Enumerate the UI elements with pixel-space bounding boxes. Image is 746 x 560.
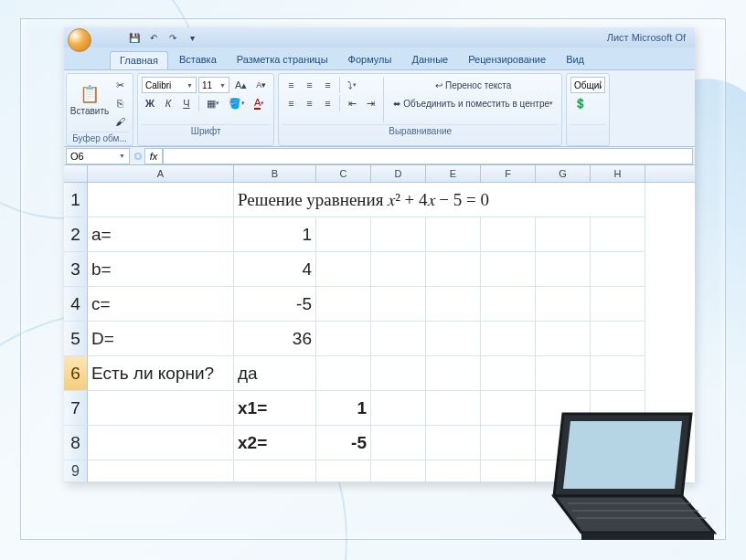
col-header-F[interactable]: F <box>481 165 536 182</box>
cancel-icon[interactable] <box>134 153 142 160</box>
cell[interactable] <box>481 391 536 426</box>
format-painter-button[interactable]: 🖌 <box>112 113 129 130</box>
cell[interactable] <box>316 217 371 252</box>
copy-button[interactable]: ⎘ <box>112 95 129 111</box>
align-top-button[interactable]: ≡ <box>282 77 299 93</box>
cell[interactable] <box>591 217 645 252</box>
cell-A6[interactable]: Есть ли корни? <box>88 356 234 391</box>
align-middle-button[interactable]: ≡ <box>301 77 317 93</box>
row-header[interactable]: 9 <box>64 460 88 482</box>
align-center-button[interactable]: ≡ <box>301 95 317 111</box>
fill-color-button[interactable]: 🪣▾ <box>225 95 249 111</box>
tab-page-layout[interactable]: Разметка страницы <box>228 51 337 69</box>
cell[interactable] <box>426 460 481 482</box>
cell-B2[interactable]: 1 <box>234 217 316 252</box>
tab-review[interactable]: Рецензирование <box>459 51 555 69</box>
col-header-G[interactable]: G <box>536 165 591 182</box>
cell[interactable] <box>371 287 426 322</box>
cell[interactable] <box>88 426 234 460</box>
cell[interactable] <box>234 460 316 482</box>
align-left-button[interactable]: ≡ <box>282 95 299 111</box>
row-header[interactable]: 4 <box>64 287 88 322</box>
cell[interactable] <box>371 391 426 426</box>
cell-B1[interactable]: Решение уравнения 𝑥² + 4𝑥 − 5 = 0 <box>234 183 645 217</box>
cell[interactable] <box>481 287 536 322</box>
cell[interactable] <box>426 322 481 356</box>
merge-center-button[interactable]: ⬌ Объединить и поместить в центре▾ <box>389 95 558 111</box>
cell-C7[interactable]: 1 <box>316 391 371 426</box>
cell[interactable] <box>591 252 645 287</box>
shrink-font-button[interactable]: A▾ <box>252 77 270 93</box>
select-all-corner[interactable] <box>64 165 88 182</box>
bold-button[interactable]: Ж <box>142 95 158 111</box>
cell[interactable] <box>371 217 426 252</box>
cell[interactable] <box>481 426 536 460</box>
cell[interactable] <box>426 356 481 391</box>
formula-bar[interactable] <box>163 148 693 164</box>
align-bottom-button[interactable]: ≡ <box>319 77 336 93</box>
cell[interactable] <box>536 287 591 322</box>
row-header[interactable]: 8 <box>64 426 88 460</box>
cell-B5[interactable]: 36 <box>234 322 316 356</box>
cell-A2[interactable]: a= <box>88 217 234 252</box>
cell[interactable] <box>426 391 481 426</box>
row-header[interactable]: 7 <box>64 391 88 426</box>
cell[interactable] <box>316 322 371 356</box>
cell[interactable] <box>371 322 426 356</box>
font-size-combo[interactable]: 11▼ <box>198 77 229 93</box>
cell[interactable] <box>591 356 645 391</box>
currency-button[interactable]: 💲 <box>570 95 591 111</box>
tab-view[interactable]: Вид <box>557 51 593 69</box>
col-header-D[interactable]: D <box>371 165 426 182</box>
cell[interactable] <box>536 356 591 391</box>
name-box[interactable]: O6 ▼ <box>66 148 130 164</box>
cell[interactable] <box>426 252 481 287</box>
cell-B8[interactable]: x2= <box>234 426 316 460</box>
cell[interactable] <box>371 460 426 482</box>
cell[interactable] <box>371 252 426 287</box>
cell-A4[interactable]: c= <box>88 287 234 322</box>
office-button[interactable] <box>68 28 91 52</box>
wrap-text-button[interactable]: ↩ Перенос текста <box>389 77 558 93</box>
underline-button[interactable]: Ч <box>178 95 195 111</box>
cell[interactable] <box>481 356 536 391</box>
undo-icon[interactable]: ↶ <box>145 30 162 45</box>
font-family-combo[interactable]: Calibri▼ <box>142 77 197 93</box>
cell[interactable] <box>481 217 536 252</box>
cell[interactable] <box>426 217 481 252</box>
cell[interactable] <box>536 217 591 252</box>
cell[interactable] <box>481 252 536 287</box>
cell[interactable] <box>371 356 426 391</box>
cell-B6[interactable]: да <box>234 356 316 391</box>
paste-button[interactable]: 📋 Вставить <box>70 77 109 122</box>
number-format-combo[interactable]: Общий <box>570 77 605 93</box>
save-icon[interactable]: 💾 <box>126 30 143 45</box>
increase-indent-button[interactable]: ⇥ <box>362 95 378 111</box>
cut-button[interactable]: ✂ <box>112 77 129 93</box>
col-header-H[interactable]: H <box>591 165 645 182</box>
cell[interactable] <box>88 460 234 482</box>
tab-insert[interactable]: Вставка <box>170 51 226 69</box>
grow-font-button[interactable]: A▴ <box>231 77 250 93</box>
cell[interactable] <box>88 391 234 426</box>
cell[interactable] <box>316 287 371 322</box>
col-header-C[interactable]: C <box>316 165 371 182</box>
row-header[interactable]: 5 <box>64 322 88 356</box>
cell-A5[interactable]: D= <box>88 322 234 356</box>
col-header-E[interactable]: E <box>426 165 481 182</box>
align-right-button[interactable]: ≡ <box>319 95 336 111</box>
decrease-indent-button[interactable]: ⇤ <box>344 95 360 111</box>
row-header[interactable]: 6 <box>64 356 88 391</box>
row-header[interactable]: 3 <box>64 252 88 287</box>
cell-A3[interactable]: b= <box>88 252 234 287</box>
cell[interactable] <box>426 287 481 322</box>
orientation-button[interactable]: ⤵▾ <box>344 77 360 93</box>
cell[interactable] <box>536 322 591 356</box>
cell[interactable] <box>591 322 645 356</box>
fx-button[interactable]: fx <box>144 148 163 164</box>
cell-B3[interactable]: 4 <box>234 252 316 287</box>
cell-C8[interactable]: -5 <box>316 426 371 460</box>
col-header-B[interactable]: B <box>234 165 316 182</box>
tab-formulas[interactable]: Формулы <box>339 51 401 69</box>
cell[interactable] <box>481 322 536 356</box>
